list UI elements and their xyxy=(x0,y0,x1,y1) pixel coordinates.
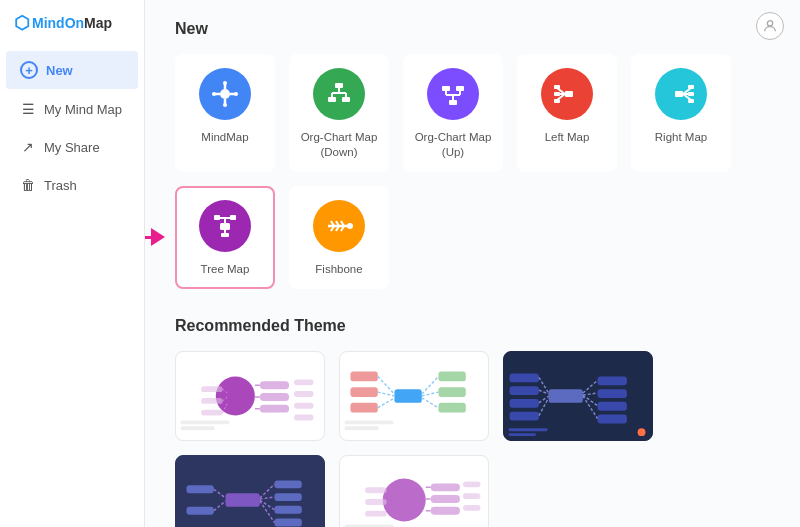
svg-rect-10 xyxy=(335,83,343,88)
svg-line-80 xyxy=(378,392,395,396)
sidebar-item-new[interactable]: + New xyxy=(6,51,138,89)
svg-rect-33 xyxy=(675,91,683,97)
arrow-indicator xyxy=(145,228,165,246)
sidebar-item-trash[interactable]: 🗑 Trash xyxy=(6,167,138,203)
svg-rect-63 xyxy=(294,379,314,385)
template-card-org-chart-down[interactable]: Org-Chart Map (Down) xyxy=(289,54,389,172)
svg-rect-116 xyxy=(274,518,301,526)
svg-rect-112 xyxy=(226,493,260,507)
svg-rect-78 xyxy=(350,403,377,413)
svg-rect-73 xyxy=(181,420,230,424)
theme-card-3[interactable] xyxy=(503,351,653,441)
org-chart-down-icon-circle xyxy=(313,68,365,120)
svg-line-79 xyxy=(378,376,395,394)
svg-rect-66 xyxy=(294,414,314,420)
svg-rect-76 xyxy=(350,371,377,381)
template-card-right-map[interactable]: Right Map xyxy=(631,54,731,172)
svg-rect-91 xyxy=(549,389,583,403)
svg-rect-20 xyxy=(456,86,464,91)
svg-line-81 xyxy=(378,398,395,408)
svg-rect-31 xyxy=(554,92,560,96)
svg-rect-58 xyxy=(260,393,289,401)
svg-rect-19 xyxy=(442,86,450,91)
svg-rect-95 xyxy=(510,411,539,420)
svg-rect-82 xyxy=(438,371,465,381)
template-card-fishbone[interactable]: Fishbone xyxy=(289,186,389,289)
template-card-left-map[interactable]: Left Map xyxy=(517,54,617,172)
sidebar-item-my-mind-map[interactable]: ☰ My Mind Map xyxy=(6,91,138,127)
svg-rect-103 xyxy=(598,414,627,423)
theme-card-5[interactable] xyxy=(339,455,489,527)
theme-card-2[interactable] xyxy=(339,351,489,441)
svg-line-85 xyxy=(422,376,439,394)
logo-text: MindOnMap xyxy=(32,15,112,31)
svg-rect-109 xyxy=(509,433,536,436)
user-account-button[interactable] xyxy=(756,12,784,40)
tree-map-icon-circle xyxy=(199,200,251,252)
svg-rect-136 xyxy=(463,493,481,499)
svg-rect-26 xyxy=(565,91,573,97)
svg-rect-94 xyxy=(510,399,539,408)
svg-point-7 xyxy=(223,103,227,107)
svg-rect-45 xyxy=(230,215,236,220)
sidebar-item-new-label: New xyxy=(46,63,73,78)
right-map-label: Right Map xyxy=(655,130,707,145)
sidebar: ⬡ MindOnMap + New ☰ My Mind Map ↗ My Sha… xyxy=(0,0,145,527)
svg-rect-129 xyxy=(431,483,460,491)
svg-rect-39 xyxy=(688,99,694,103)
sidebar-item-my-share-label: My Share xyxy=(44,140,100,155)
template-card-tree-map[interactable]: Tree Map xyxy=(175,186,275,289)
svg-rect-69 xyxy=(201,410,223,416)
svg-rect-88 xyxy=(345,420,394,424)
theme-card-4[interactable] xyxy=(175,455,325,527)
fishbone-label: Fishbone xyxy=(315,262,362,277)
svg-rect-93 xyxy=(510,386,539,395)
svg-rect-38 xyxy=(688,92,694,96)
sidebar-item-my-mind-map-label: My Mind Map xyxy=(44,102,122,117)
new-section-title: New xyxy=(175,20,770,38)
svg-rect-101 xyxy=(598,389,627,398)
template-card-mindmap[interactable]: MindMap xyxy=(175,54,275,172)
svg-rect-115 xyxy=(274,506,301,514)
svg-rect-18 xyxy=(449,100,457,105)
svg-rect-68 xyxy=(201,398,223,404)
svg-rect-83 xyxy=(438,387,465,397)
svg-rect-77 xyxy=(350,387,377,397)
fishbone-icon-circle xyxy=(313,200,365,252)
template-card-org-chart-up[interactable]: Org-Chart Map (Up) xyxy=(403,54,503,172)
theme-card-1[interactable] xyxy=(175,351,325,441)
svg-rect-32 xyxy=(554,99,560,103)
recommended-section: Recommended Theme xyxy=(175,317,770,527)
svg-rect-135 xyxy=(463,481,481,487)
svg-rect-57 xyxy=(260,381,289,389)
svg-rect-74 xyxy=(181,426,215,430)
svg-rect-65 xyxy=(294,403,314,409)
svg-rect-89 xyxy=(345,426,379,430)
svg-rect-64 xyxy=(294,391,314,397)
list-icon: ☰ xyxy=(20,101,36,117)
left-map-icon-circle xyxy=(541,68,593,120)
sidebar-item-my-share[interactable]: ↗ My Share xyxy=(6,129,138,165)
svg-rect-92 xyxy=(510,373,539,382)
svg-rect-140 xyxy=(365,511,387,517)
svg-point-128 xyxy=(383,478,426,521)
svg-rect-102 xyxy=(598,402,627,411)
left-map-label: Left Map xyxy=(545,130,590,145)
svg-line-86 xyxy=(422,392,439,396)
org-chart-down-label: Org-Chart Map (Down) xyxy=(299,130,379,160)
svg-rect-40 xyxy=(220,223,230,230)
sidebar-item-trash-label: Trash xyxy=(44,178,77,193)
svg-rect-44 xyxy=(214,215,220,220)
svg-point-1 xyxy=(220,89,230,99)
svg-line-87 xyxy=(422,398,439,408)
svg-rect-59 xyxy=(260,405,289,413)
svg-rect-122 xyxy=(186,507,213,515)
org-chart-up-label: Org-Chart Map (Up) xyxy=(413,130,493,160)
svg-rect-121 xyxy=(186,485,213,493)
svg-point-6 xyxy=(223,81,227,85)
mindmap-label: MindMap xyxy=(201,130,248,145)
user-icon-area xyxy=(756,12,784,40)
svg-rect-30 xyxy=(554,85,560,89)
new-section: New MindMap xyxy=(175,20,770,289)
svg-rect-139 xyxy=(365,499,387,505)
